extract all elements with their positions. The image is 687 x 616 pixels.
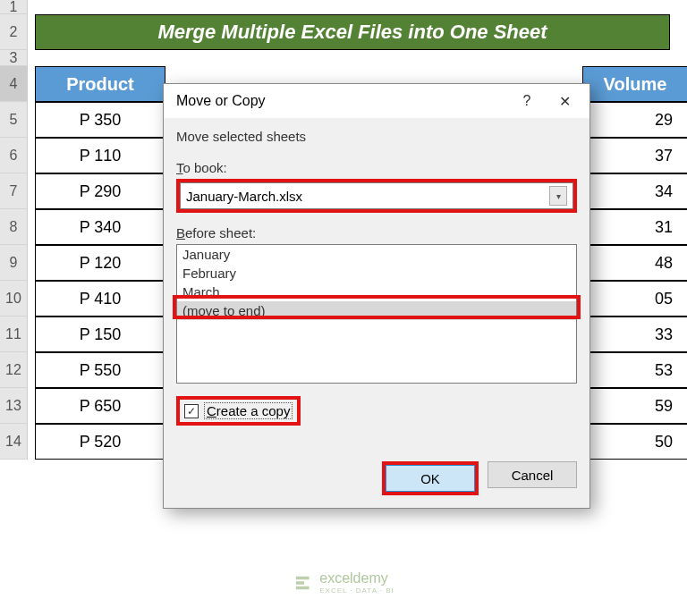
- dialog-buttons: OK Cancel: [382, 461, 577, 495]
- header-product[interactable]: Product: [35, 66, 165, 102]
- to-book-label: To book:: [176, 160, 577, 175]
- ok-button[interactable]: OK: [386, 465, 475, 492]
- highlight-box: January-March.xlsx ▾: [176, 179, 577, 213]
- cell-volume[interactable]: 05: [582, 281, 687, 316]
- before-sheet-label: Before sheet:: [176, 225, 577, 240]
- cell-product[interactable]: P 550: [35, 352, 165, 388]
- list-item[interactable]: January: [177, 245, 576, 264]
- cancel-button[interactable]: Cancel: [488, 461, 577, 488]
- cell-volume[interactable]: 37: [582, 138, 687, 173]
- create-copy-label: Create a copy: [204, 402, 293, 419]
- watermark-brand: exceldemy: [319, 570, 394, 586]
- header-volume[interactable]: Volume: [582, 66, 687, 102]
- cell-product[interactable]: P 150: [35, 316, 165, 352]
- row-header[interactable]: 2: [0, 14, 27, 50]
- row-header[interactable]: 4: [0, 66, 27, 102]
- row-header[interactable]: 8: [0, 209, 27, 245]
- highlight-box: OK: [382, 461, 479, 495]
- row-header[interactable]: 11: [0, 316, 27, 352]
- row-header[interactable]: 9: [0, 245, 27, 281]
- dialog-instruction: Move selected sheets: [176, 129, 577, 144]
- list-item-selected[interactable]: (move to end): [177, 301, 576, 320]
- cell-product[interactable]: P 350: [35, 102, 165, 138]
- row-header[interactable]: 5: [0, 102, 27, 138]
- cell-product[interactable]: P 120: [35, 245, 165, 281]
- watermark: exceldemy EXCEL · DATA · BI: [293, 570, 394, 595]
- to-book-value: January-March.xlsx: [186, 189, 549, 204]
- dialog-title: Move or Copy: [176, 93, 509, 109]
- cell-volume[interactable]: 33: [582, 316, 687, 352]
- row-headers: 1 2 3 4 5 6 7 8 9 10 11 12 13 14: [0, 0, 28, 460]
- create-copy-checkbox[interactable]: ✓: [184, 404, 199, 418]
- cell-product[interactable]: P 650: [35, 388, 165, 424]
- dialog-titlebar[interactable]: Move or Copy ? ✕: [164, 84, 589, 118]
- cell-product[interactable]: P 520: [35, 424, 165, 460]
- row-header[interactable]: 13: [0, 388, 27, 424]
- cell-volume[interactable]: 29: [582, 102, 687, 138]
- row-header[interactable]: 12: [0, 352, 27, 388]
- close-button[interactable]: ✕: [545, 93, 584, 110]
- row-header[interactable]: 3: [0, 50, 27, 66]
- cell-volume[interactable]: 34: [582, 173, 687, 209]
- cell-volume[interactable]: 31: [582, 209, 687, 245]
- cell-volume[interactable]: 59: [582, 388, 687, 424]
- help-button[interactable]: ?: [509, 93, 545, 109]
- row-header[interactable]: 1: [0, 0, 27, 14]
- cell-volume[interactable]: 53: [582, 352, 687, 388]
- before-sheet-listbox[interactable]: January February March (move to end): [176, 244, 577, 384]
- row-header[interactable]: 7: [0, 173, 27, 209]
- watermark-sub: EXCEL · DATA · BI: [319, 586, 394, 595]
- row-header[interactable]: 10: [0, 281, 27, 316]
- cell-product[interactable]: P 110: [35, 138, 165, 173]
- cell-volume[interactable]: 50: [582, 424, 687, 460]
- chevron-down-icon[interactable]: ▾: [549, 186, 567, 206]
- list-item[interactable]: February: [177, 264, 576, 283]
- logo-icon: [293, 573, 312, 593]
- cell-volume[interactable]: 48: [582, 245, 687, 281]
- cell-product[interactable]: P 290: [35, 173, 165, 209]
- cell-product[interactable]: P 410: [35, 281, 165, 316]
- list-item[interactable]: March: [177, 283, 576, 301]
- row-header[interactable]: 6: [0, 138, 27, 173]
- move-or-copy-dialog: Move or Copy ? ✕ Move selected sheets To…: [163, 83, 590, 509]
- to-book-combobox[interactable]: January-March.xlsx ▾: [180, 182, 573, 209]
- row-header[interactable]: 14: [0, 424, 27, 460]
- title-banner: Merge Multiple Excel Files into One Shee…: [35, 14, 670, 50]
- highlight-box: ✓ Create a copy: [176, 396, 301, 426]
- cell-product[interactable]: P 340: [35, 209, 165, 245]
